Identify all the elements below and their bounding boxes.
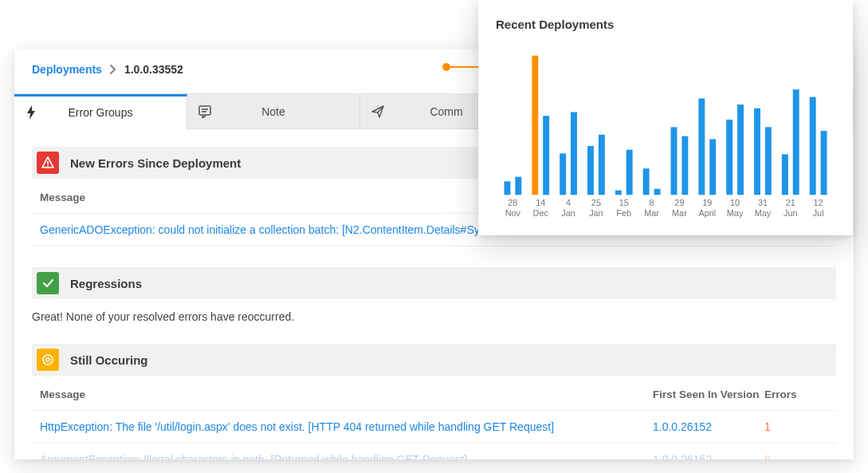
- svg-rect-17: [571, 112, 577, 195]
- tab-label: Error Groups: [69, 106, 133, 119]
- table-row[interactable]: ArgumentException: Illegal characters in…: [32, 443, 836, 459]
- still-occuring-header-row: Message First Seen In Version Errors: [32, 376, 836, 411]
- svg-rect-33: [681, 136, 688, 195]
- svg-rect-9: [515, 177, 521, 195]
- svg-text:Jan: Jan: [561, 208, 575, 218]
- version-link[interactable]: 1.0.0.26152: [653, 453, 764, 459]
- tab-note[interactable]: Note: [187, 94, 360, 129]
- error-count-link[interactable]: 1: [764, 420, 828, 433]
- svg-text:Mar: Mar: [672, 208, 687, 218]
- svg-point-7: [46, 358, 49, 361]
- svg-rect-53: [821, 131, 827, 195]
- breadcrumb-current: 1.0.0.33552: [124, 63, 183, 76]
- connector-line: [446, 66, 478, 68]
- note-icon: [198, 105, 211, 118]
- svg-rect-20: [587, 146, 594, 195]
- svg-text:31: 31: [758, 198, 768, 207]
- regressions-body: Great! None of your resolved errors have…: [32, 299, 836, 339]
- svg-text:Jul: Jul: [813, 208, 824, 218]
- svg-rect-32: [671, 127, 678, 195]
- tab-error-groups[interactable]: Error Groups: [14, 94, 187, 129]
- svg-rect-16: [560, 153, 566, 195]
- svg-text:15: 15: [619, 198, 629, 207]
- svg-rect-21: [599, 135, 605, 195]
- svg-text:Jun: Jun: [784, 208, 798, 218]
- section-title: New Errors Since Deployment: [70, 156, 241, 170]
- svg-rect-13: [543, 116, 549, 195]
- deployments-bar-chart: 28Nov14Dec4Jan25Jan15Feb8Mar29Mar19April…: [496, 42, 835, 230]
- svg-rect-12: [532, 56, 538, 195]
- svg-rect-49: [793, 89, 799, 195]
- col-message: Message: [40, 388, 653, 400]
- svg-text:Dec: Dec: [533, 208, 549, 218]
- svg-rect-41: [737, 104, 744, 195]
- svg-rect-25: [626, 150, 633, 195]
- svg-text:Feb: Feb: [616, 208, 631, 218]
- version-link[interactable]: 1.0.0.26152: [653, 420, 764, 433]
- svg-rect-8: [504, 181, 510, 195]
- target-icon: [37, 349, 59, 371]
- table-row[interactable]: HttpException: The file '/util/login.asp…: [32, 411, 836, 443]
- breadcrumb-root-link[interactable]: Deployments: [32, 63, 102, 76]
- chevron-right-icon: [110, 65, 116, 74]
- svg-text:May: May: [727, 208, 744, 218]
- svg-rect-36: [698, 99, 705, 195]
- col-errors: Errors: [764, 388, 828, 400]
- svg-rect-29: [654, 189, 661, 195]
- svg-rect-28: [643, 168, 650, 195]
- error-message-link[interactable]: ArgumentException: Illegal characters in…: [40, 453, 653, 459]
- tab-label: Comm: [430, 105, 462, 118]
- section-title: Regressions: [70, 277, 142, 290]
- error-message-link[interactable]: HttpException: The file '/util/login.asp…: [40, 420, 653, 433]
- error-count-link[interactable]: 6: [764, 453, 828, 459]
- svg-point-6: [43, 355, 53, 365]
- svg-text:May: May: [755, 208, 772, 218]
- svg-text:28: 28: [508, 198, 517, 207]
- check-icon: [37, 272, 59, 294]
- svg-text:Mar: Mar: [644, 208, 659, 218]
- svg-rect-0: [199, 106, 210, 115]
- svg-text:21: 21: [786, 198, 795, 207]
- svg-rect-40: [726, 120, 732, 195]
- popup-title: Recent Deployments: [496, 18, 835, 31]
- svg-text:Nov: Nov: [505, 208, 521, 218]
- svg-rect-24: [615, 191, 622, 195]
- svg-rect-37: [709, 139, 716, 195]
- col-version: First Seen In Version: [653, 388, 764, 400]
- section-regressions-head: Regressions: [32, 267, 836, 299]
- svg-rect-48: [782, 154, 788, 195]
- svg-text:19: 19: [702, 198, 712, 207]
- svg-text:8: 8: [650, 198, 654, 207]
- recent-deployments-popup: Recent Deployments 28Nov14Dec4Jan25Jan15…: [478, 0, 853, 235]
- svg-text:14: 14: [536, 198, 545, 207]
- svg-text:12: 12: [814, 198, 823, 207]
- svg-point-5: [47, 165, 49, 167]
- svg-text:10: 10: [730, 198, 740, 207]
- send-icon: [371, 105, 384, 118]
- svg-rect-45: [765, 127, 772, 195]
- svg-text:4: 4: [566, 198, 571, 207]
- svg-text:29: 29: [674, 198, 684, 207]
- svg-text:Jan: Jan: [589, 208, 603, 218]
- section-title: Still Occuring: [70, 353, 148, 367]
- svg-text:25: 25: [591, 198, 601, 207]
- section-still-occuring-head: Still Occuring: [32, 344, 836, 376]
- tab-label: Note: [261, 105, 285, 118]
- alert-icon: [37, 152, 59, 174]
- svg-rect-44: [754, 108, 760, 195]
- bolt-icon: [26, 105, 37, 120]
- svg-text:April: April: [698, 208, 716, 218]
- connector-dot-icon: [442, 63, 450, 71]
- svg-rect-52: [810, 97, 816, 195]
